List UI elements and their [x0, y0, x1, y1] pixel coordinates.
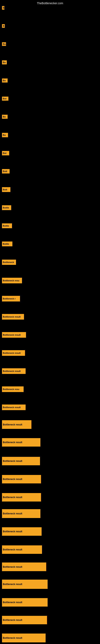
bar-item: Bot — [2, 151, 9, 155]
bar-item: Bo — [2, 133, 8, 137]
bar: Bottleneck result — [2, 457, 40, 465]
bar-item: Bottleneck result — [2, 634, 46, 642]
bar-item: Bottleneck result — [2, 580, 48, 589]
bar-item: Bottleneck result — [2, 475, 41, 484]
bar-item: Bottleneck result — [2, 350, 25, 356]
bar-item: Bo — [2, 60, 7, 64]
bar: Bottleneck result — [2, 314, 24, 320]
bar-item: Bottleneck result — [2, 616, 47, 624]
bar-item: Bottleneck result — [2, 368, 26, 374]
bar: Bottle — [2, 224, 12, 228]
bar-item: Bottle — [2, 205, 11, 210]
bar-item: Bottleneck result — [2, 420, 31, 429]
bar-item: Bottleneck result — [2, 314, 24, 320]
bar: Bottleneck result — [2, 368, 26, 374]
bar: Bot — [2, 151, 9, 155]
bar: Bottle — [2, 205, 11, 210]
bar-item: Bo — [2, 78, 8, 82]
bar: Bottleneck result — [2, 598, 48, 606]
bar: Bot — [2, 96, 8, 100]
bar-item: Bottleneck r — [2, 296, 20, 302]
bar: Bo — [2, 115, 8, 119]
bar-item: Bottleneck — [2, 260, 16, 265]
bar: Bottleneck resu — [2, 386, 24, 392]
bar-item: Bot — [2, 96, 8, 100]
bar: B — [2, 6, 4, 10]
bar-item: Bottleneck resu — [2, 386, 24, 392]
bar-item: Bottleneck result — [2, 332, 26, 338]
bar: Bott — [2, 169, 10, 174]
bar-item: Bottle — [2, 224, 12, 228]
bar-item: Bottleneck result — [2, 527, 42, 536]
bar-item: B — [2, 24, 5, 28]
bar: Bo — [2, 42, 6, 46]
bar: Bo — [2, 133, 8, 137]
bar-item: Bottleneck result — [2, 562, 46, 571]
bar: Bottleneck result — [2, 438, 40, 446]
bar: Bottleneck result — [2, 332, 26, 338]
bar: Bottleneck result — [2, 350, 25, 356]
bar-item: Bottleneck result — [2, 493, 41, 502]
bar: Bottleneck result — [2, 580, 48, 589]
bar-item: Bo — [2, 115, 8, 119]
bar-item: Bottleneck result — [2, 546, 42, 554]
bar: Bottleneck result — [2, 634, 46, 642]
bar: Bottleneck r — [2, 296, 20, 302]
bar: Bottleneck result — [2, 562, 46, 571]
bar-item: Bottleneck resu — [2, 278, 22, 283]
bar: Bottleneck result — [2, 404, 26, 410]
bar-item: Bottleneck result — [2, 598, 48, 606]
bar: Bottleneck result — [2, 509, 40, 518]
site-title: TheBottlenecker.com — [37, 2, 63, 5]
bar: Bottleneck result — [2, 546, 42, 554]
bar-item: Bottleneck result — [2, 457, 40, 465]
bar: Bottleneck result — [2, 475, 41, 484]
bar-item: Bott — [2, 187, 10, 192]
bar: Bottleneck resu — [2, 278, 22, 283]
bar-item: Bottleneck result — [2, 438, 40, 446]
bar: Bottleneck result — [2, 493, 41, 502]
bar-item: Bo — [2, 42, 6, 46]
bar: Bottleneck result — [2, 616, 47, 624]
bar: Bottle — [2, 242, 12, 246]
bar: Bottleneck — [2, 260, 16, 265]
bar-item: Bottleneck result — [2, 404, 26, 410]
bar: Bott — [2, 187, 10, 192]
bar-item: Bottle — [2, 242, 12, 246]
bar: Bo — [2, 78, 8, 82]
bar-item: B — [2, 6, 4, 10]
bar: B — [2, 24, 5, 28]
bar: Bottleneck result — [2, 527, 42, 536]
bar-item: Bottleneck result — [2, 509, 40, 518]
bar-item: Bott — [2, 169, 10, 174]
bar: Bo — [2, 60, 7, 64]
bar: Bottleneck result — [2, 420, 31, 429]
